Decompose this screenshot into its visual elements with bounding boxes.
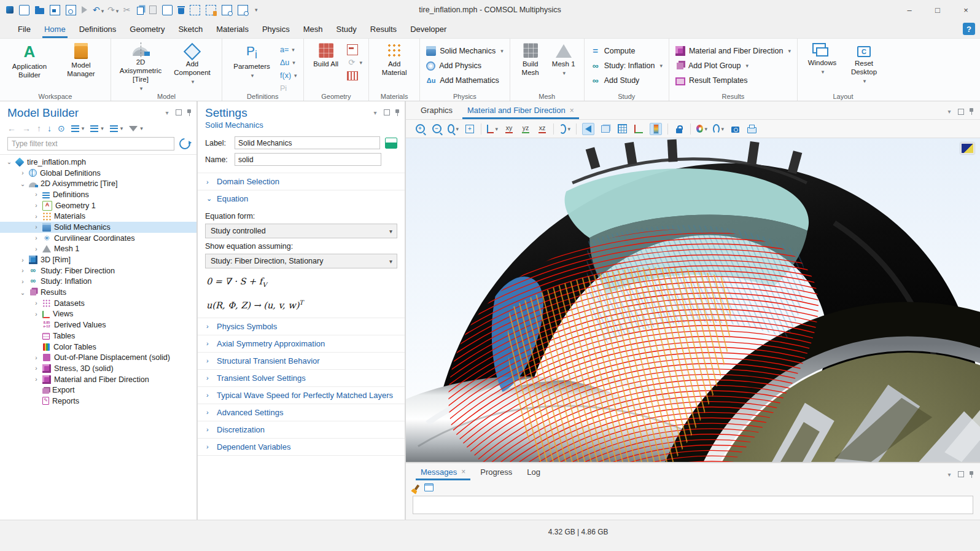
chevron-right-icon[interactable] (33, 376, 39, 383)
reset-desktop-button[interactable]: C Reset Desktop▾ (846, 41, 882, 85)
pin-panel-icon[interactable] (969, 108, 974, 115)
tree-item-materials[interactable]: Materials (0, 211, 196, 222)
chevron-right-icon[interactable] (33, 311, 39, 318)
tree-item-geometry-1[interactable]: AGeometry 1 (0, 200, 196, 211)
refresh-icon[interactable] (177, 136, 192, 151)
float-panel-icon[interactable] (958, 471, 964, 477)
build-mesh-button[interactable]: Build Mesh (516, 41, 545, 77)
menu-geometry[interactable]: Geometry (123, 20, 171, 38)
view-xy-icon[interactable]: xy (504, 123, 515, 135)
variables-button[interactable]: a=▾ (280, 44, 297, 55)
show-grid-icon[interactable] (616, 123, 628, 135)
chevron-right-icon[interactable] (33, 213, 39, 220)
panel-menu-icon[interactable]: ▾ (163, 109, 171, 116)
float-panel-icon[interactable] (176, 109, 182, 115)
delete-icon[interactable] (178, 8, 184, 14)
print-icon[interactable] (746, 123, 757, 135)
go-to-view-icon[interactable]: ▾ (487, 123, 498, 135)
section-dependent-variables[interactable]: Dependent Variables (198, 439, 405, 455)
chevron-right-icon[interactable] (20, 278, 26, 285)
select-box-icon[interactable] (190, 5, 200, 15)
plot-legend-icon[interactable] (960, 143, 974, 154)
tree-item-out-of-plane-displacement[interactable]: Out-of-Plane Displacement (solid) (0, 352, 196, 363)
duplicate-icon[interactable] (162, 5, 173, 15)
close-tab-icon[interactable]: × (570, 106, 574, 115)
maximize-button[interactable]: □ (924, 0, 952, 20)
environment-icon[interactable]: ▾ (713, 123, 724, 135)
view-yz-icon[interactable]: yz (520, 123, 531, 135)
study-inflation-button[interactable]: ∞Study: Inflation▾ (591, 60, 663, 72)
tree-item-color-tables[interactable]: Color Tables (0, 342, 196, 353)
show-equation-select[interactable]: Study: Fiber Direction, Stationary (205, 254, 397, 268)
tree-item-root[interactable]: tire_inflation.mph (0, 157, 196, 168)
section-axial-symmetry-approximation[interactable]: Axial Symmetry Approximation (198, 335, 405, 352)
panel-menu-icon[interactable]: ▾ (946, 471, 953, 478)
tree-item-derived-values[interactable]: 8.85 e-12Derived Values (0, 319, 196, 330)
tree-item-views[interactable]: Views (0, 309, 196, 320)
tree-item-solid-mechanics[interactable]: Solid Mechanics (0, 222, 196, 233)
chevron-right-icon[interactable] (33, 191, 39, 198)
menu-definitions[interactable]: Definitions (72, 20, 123, 38)
tab-progress[interactable]: Progress (474, 463, 518, 480)
menu-physics[interactable]: Physics (255, 20, 297, 38)
chevron-right-icon[interactable] (20, 170, 26, 176)
chevron-right-icon[interactable] (33, 202, 39, 209)
chevron-down-icon[interactable] (20, 181, 26, 187)
tab-log[interactable]: Log (521, 463, 546, 480)
tree-item-definitions[interactable]: Definitions (0, 189, 196, 200)
section-transient-solver-settings[interactable]: Transient Solver Settings (198, 370, 405, 386)
collapse-all-icon[interactable]: ▾ (90, 125, 104, 132)
material-fiber-direction-button[interactable]: Material and Fiber Direction▾ (675, 45, 791, 57)
expand-all-icon[interactable]: ▾ (71, 125, 85, 132)
chevron-right-icon[interactable] (20, 267, 26, 274)
zoom-box-icon[interactable]: ▾ (448, 123, 459, 135)
chevron-right-icon[interactable] (20, 257, 26, 264)
move-down-icon[interactable]: ↓ (47, 123, 52, 133)
chevron-right-icon[interactable] (33, 354, 39, 361)
tree-item-study-inflation[interactable]: ∞Study: Inflation (0, 276, 196, 287)
color-theme-icon[interactable]: ▾ (696, 123, 707, 135)
section-discretization[interactable]: Discretization (198, 421, 405, 438)
model-manager-button[interactable]: Model Manager (58, 41, 104, 78)
pin-panel-icon[interactable] (187, 109, 192, 116)
chevron-right-icon[interactable] (33, 246, 39, 252)
panel-menu-icon[interactable]: ▾ (946, 108, 953, 115)
menu-developer[interactable]: Developer (403, 20, 453, 38)
show-icon[interactable]: ⊙ (58, 123, 65, 133)
menu-file[interactable]: File (11, 20, 37, 38)
clear-messages-icon[interactable] (414, 484, 419, 490)
more-commands-icon[interactable]: ▾ (255, 7, 258, 13)
save-icon[interactable] (50, 5, 60, 15)
panel-menu-icon[interactable]: ▾ (371, 109, 379, 116)
section-domain-selection[interactable]: Domain Selection (198, 173, 405, 190)
parameters-button[interactable]: Pi Parameters▾ (228, 41, 275, 79)
section-advanced-settings[interactable]: Advanced Settings (198, 404, 405, 421)
rotate-icon[interactable]: ▾ (559, 123, 570, 135)
transparency-icon[interactable] (600, 123, 611, 135)
tree-item-global-definitions[interactable]: Global Definitions (0, 168, 196, 179)
menu-materials[interactable]: Materials (209, 20, 255, 38)
tree-item-results[interactable]: Results (0, 287, 196, 298)
new-file-icon[interactable] (19, 5, 29, 15)
add-study-button[interactable]: ∞Add Study (591, 74, 663, 87)
cut-icon[interactable]: ✂ (122, 6, 131, 15)
filter-input[interactable] (7, 137, 174, 150)
windows-button[interactable]: Windows▾ (804, 41, 841, 76)
close-button[interactable]: × (952, 0, 980, 20)
result-templates-button[interactable]: Result Templates (675, 74, 791, 87)
preview-icon[interactable] (238, 5, 248, 15)
scene-light-icon[interactable] (582, 123, 594, 135)
show-axes-icon[interactable] (633, 123, 644, 135)
redo-icon[interactable]: ↷▾ (107, 6, 117, 15)
tab-messages[interactable]: Messages× (414, 463, 472, 480)
undo-icon[interactable]: ↶▾ (93, 6, 102, 15)
find-icon[interactable] (222, 5, 232, 15)
open-in-new-window-icon[interactable] (424, 483, 434, 491)
chevron-right-icon[interactable] (33, 365, 39, 372)
paste-icon[interactable] (149, 6, 157, 14)
rename-flag-button[interactable] (385, 138, 397, 149)
geometry-rebuild-button[interactable]: ⟳▾ (347, 57, 363, 68)
chevron-down-icon[interactable] (20, 289, 26, 296)
add-material-button[interactable]: Add Material (375, 41, 413, 77)
functions-button[interactable]: f(x)▾ (280, 69, 297, 81)
